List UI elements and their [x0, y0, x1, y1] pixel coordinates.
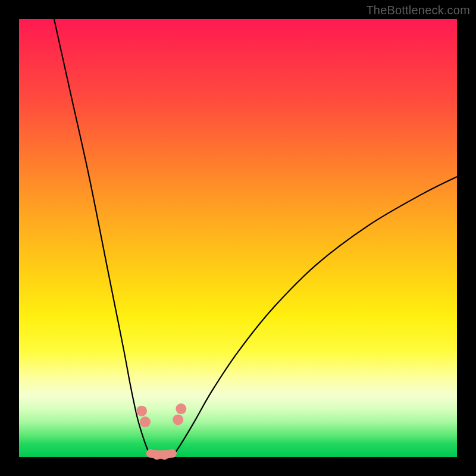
floor-knot-2 — [153, 452, 161, 460]
knot-left-upper — [136, 406, 147, 416]
knot-left-lower — [140, 416, 151, 427]
curve-layer — [19, 19, 457, 457]
curve-right-branch — [173, 177, 457, 457]
floor-knot-4 — [168, 449, 177, 458]
knot-right-lower — [173, 414, 183, 425]
floor-knot-3 — [160, 452, 168, 460]
curve-left-branch — [54, 19, 151, 457]
watermark-text: TheBottleneck.com — [366, 4, 470, 17]
chart-frame: TheBottleneck.com — [0, 0, 476, 476]
plot-area — [19, 19, 457, 457]
knot-right-upper — [176, 403, 186, 414]
